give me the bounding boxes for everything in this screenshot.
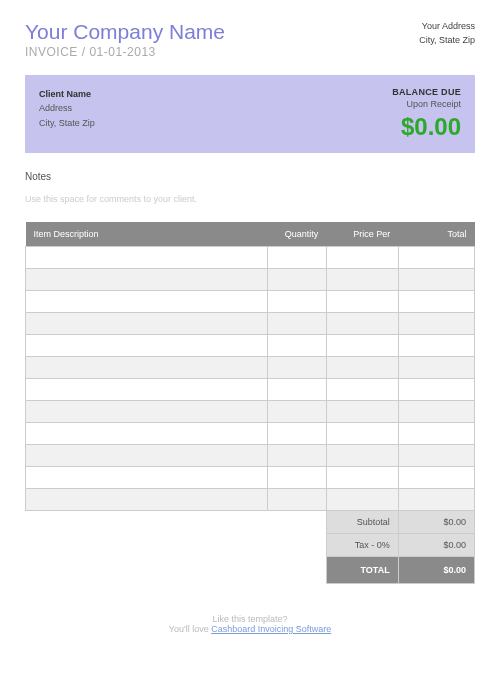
tax-label: Tax - 0%	[326, 534, 398, 557]
blank-cell	[26, 557, 327, 584]
header: Your Company Name INVOICE / 01-01-2013 Y…	[25, 20, 475, 59]
cell-price[interactable]	[326, 445, 398, 467]
cell-description[interactable]	[26, 401, 268, 423]
invoice-separator: /	[82, 45, 86, 59]
cell-price[interactable]	[326, 401, 398, 423]
cell-description[interactable]	[26, 489, 268, 511]
invoice-date: 01-01-2013	[89, 45, 155, 59]
cell-total[interactable]	[398, 379, 474, 401]
cell-quantity[interactable]	[268, 423, 326, 445]
cell-quantity[interactable]	[268, 467, 326, 489]
cell-price[interactable]	[326, 291, 398, 313]
cell-price[interactable]	[326, 357, 398, 379]
table-row	[26, 335, 475, 357]
cell-total[interactable]	[398, 489, 474, 511]
cell-description[interactable]	[26, 313, 268, 335]
table-row	[26, 489, 475, 511]
total-label: TOTAL	[326, 557, 398, 584]
balance-due-label: BALANCE DUE	[392, 87, 461, 97]
cell-description[interactable]	[26, 291, 268, 313]
cell-quantity[interactable]	[268, 269, 326, 291]
table-header-row: Item Description Quantity Price Per Tota…	[26, 222, 475, 247]
client-box: Client Name Address City, State Zip BALA…	[25, 75, 475, 153]
blank-cell	[26, 534, 327, 557]
client-name: Client Name	[39, 87, 95, 101]
cell-total[interactable]	[398, 313, 474, 335]
your-address: Your Address	[419, 20, 475, 34]
cell-price[interactable]	[326, 335, 398, 357]
cell-description[interactable]	[26, 335, 268, 357]
notes-hint: Use this space for comments to your clie…	[25, 194, 475, 204]
cell-total[interactable]	[398, 467, 474, 489]
cell-total[interactable]	[398, 335, 474, 357]
table-row	[26, 445, 475, 467]
cell-price[interactable]	[326, 313, 398, 335]
table-row	[26, 467, 475, 489]
cell-price[interactable]	[326, 489, 398, 511]
header-price: Price Per	[326, 222, 398, 247]
line-items-table: Item Description Quantity Price Per Tota…	[25, 222, 475, 584]
cell-description[interactable]	[26, 423, 268, 445]
cell-description[interactable]	[26, 269, 268, 291]
cell-total[interactable]	[398, 269, 474, 291]
cell-quantity[interactable]	[268, 445, 326, 467]
blank-cell	[26, 511, 327, 534]
your-city-state-zip: City, State Zip	[419, 34, 475, 48]
cell-quantity[interactable]	[268, 335, 326, 357]
upon-receipt-label: Upon Receipt	[392, 99, 461, 109]
cell-price[interactable]	[326, 423, 398, 445]
cell-price[interactable]	[326, 379, 398, 401]
cell-quantity[interactable]	[268, 401, 326, 423]
table-row	[26, 291, 475, 313]
cell-description[interactable]	[26, 379, 268, 401]
client-address: Address	[39, 101, 95, 115]
subtotal-label: Subtotal	[326, 511, 398, 534]
cell-price[interactable]	[326, 467, 398, 489]
table-row	[26, 269, 475, 291]
cell-price[interactable]	[326, 269, 398, 291]
header-left: Your Company Name INVOICE / 01-01-2013	[25, 20, 225, 59]
footer-link[interactable]: Cashboard Invoicing Software	[211, 624, 331, 634]
subtotal-value: $0.00	[398, 511, 474, 534]
table-row	[26, 357, 475, 379]
cell-total[interactable]	[398, 357, 474, 379]
footer-prefix: You'll love	[169, 624, 211, 634]
client-city-state-zip: City, State Zip	[39, 116, 95, 130]
cell-description[interactable]	[26, 445, 268, 467]
cell-quantity[interactable]	[268, 291, 326, 313]
cell-description[interactable]	[26, 247, 268, 269]
cell-quantity[interactable]	[268, 489, 326, 511]
cell-total[interactable]	[398, 291, 474, 313]
table-row	[26, 401, 475, 423]
cell-total[interactable]	[398, 423, 474, 445]
subtotal-row: Subtotal $0.00	[26, 511, 475, 534]
cell-quantity[interactable]	[268, 313, 326, 335]
balance-info: BALANCE DUE Upon Receipt $0.00	[392, 87, 461, 141]
tax-row: Tax - 0% $0.00	[26, 534, 475, 557]
cell-quantity[interactable]	[268, 357, 326, 379]
cell-price[interactable]	[326, 247, 398, 269]
notes-label: Notes	[25, 171, 475, 182]
header-right: Your Address City, State Zip	[419, 20, 475, 59]
table-row	[26, 313, 475, 335]
total-row: TOTAL $0.00	[26, 557, 475, 584]
header-description: Item Description	[26, 222, 268, 247]
cell-description[interactable]	[26, 357, 268, 379]
table-row	[26, 247, 475, 269]
cell-description[interactable]	[26, 467, 268, 489]
cell-quantity[interactable]	[268, 379, 326, 401]
company-name: Your Company Name	[25, 20, 225, 44]
cell-total[interactable]	[398, 401, 474, 423]
client-info: Client Name Address City, State Zip	[39, 87, 95, 141]
balance-amount: $0.00	[392, 113, 461, 141]
invoice-word: INVOICE	[25, 45, 78, 59]
table-row	[26, 423, 475, 445]
cell-total[interactable]	[398, 445, 474, 467]
tax-value: $0.00	[398, 534, 474, 557]
footer: Like this template? You'll love Cashboar…	[25, 614, 475, 634]
cell-total[interactable]	[398, 247, 474, 269]
invoice-line: INVOICE / 01-01-2013	[25, 45, 225, 59]
footer-line1: Like this template?	[25, 614, 475, 624]
table-row	[26, 379, 475, 401]
cell-quantity[interactable]	[268, 247, 326, 269]
